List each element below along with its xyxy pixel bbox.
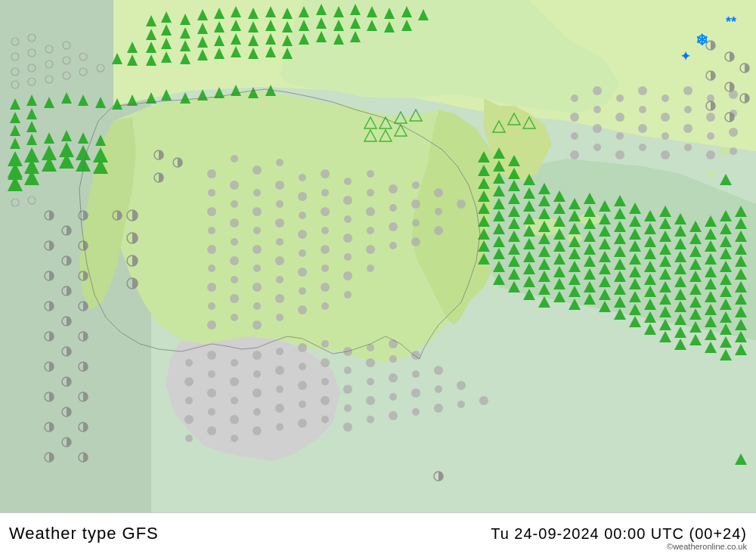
svg-point-356: [208, 265, 215, 272]
svg-point-374: [208, 302, 215, 310]
svg-point-435: [231, 435, 238, 442]
svg-point-357: [230, 256, 239, 265]
svg-marker-48: [127, 42, 138, 53]
svg-point-450: [638, 86, 647, 95]
svg-marker-129: [478, 178, 490, 189]
svg-point-337: [299, 212, 306, 219]
svg-marker-60: [333, 33, 344, 45]
svg-marker-63: [127, 54, 138, 66]
svg-point-403: [321, 358, 330, 367]
svg-point-382: [231, 314, 238, 321]
svg-marker-44: [350, 17, 361, 29]
svg-marker-33: [161, 24, 172, 36]
svg-marker-27: [350, 4, 361, 15]
svg-marker-39: [265, 20, 276, 31]
svg-marker-53: [214, 35, 225, 46]
svg-marker-150: [523, 213, 535, 224]
svg-marker-207: [599, 251, 611, 262]
svg-marker-159: [538, 221, 550, 232]
svg-marker-84: [197, 89, 208, 101]
svg-marker-259: [614, 296, 626, 308]
svg-point-387: [185, 359, 193, 367]
svg-marker-131: [508, 168, 520, 179]
svg-point-360: [299, 249, 306, 257]
svg-marker-96: [61, 130, 72, 141]
svg-marker-64: [146, 54, 156, 66]
svg-marker-83: [180, 92, 191, 104]
svg-marker-123: [523, 117, 535, 128]
svg-point-533: [11, 81, 19, 88]
svg-point-319: [321, 169, 330, 178]
svg-marker-82: [161, 89, 172, 101]
svg-marker-119: [380, 130, 392, 141]
svg-point-478: [730, 147, 737, 155]
svg-point-383: [253, 320, 262, 330]
svg-marker-212: [674, 225, 686, 237]
svg-marker-166: [493, 248, 505, 259]
svg-marker-142: [493, 210, 505, 221]
svg-point-443: [412, 408, 420, 416]
svg-point-393: [321, 340, 329, 348]
svg-marker-283: [720, 286, 732, 297]
svg-point-436: [253, 426, 262, 435]
svg-point-473: [615, 150, 624, 159]
svg-marker-198: [644, 223, 656, 234]
svg-marker-258: [599, 301, 611, 312]
svg-point-425: [299, 401, 306, 408]
svg-point-455: [570, 113, 579, 122]
svg-marker-211: [659, 231, 671, 242]
svg-marker-170: [553, 228, 565, 240]
svg-marker-273: [689, 283, 702, 295]
svg-marker-242: [689, 246, 702, 257]
svg-point-396: [389, 339, 398, 348]
svg-point-349: [298, 230, 307, 239]
svg-point-338: [321, 207, 330, 216]
svg-marker-279: [659, 306, 671, 317]
svg-marker-69: [231, 46, 241, 57]
svg-marker-292: [659, 331, 671, 342]
svg-marker-184: [614, 221, 626, 232]
svg-point-439: [321, 416, 329, 423]
svg-marker-239: [644, 261, 656, 272]
svg-marker-52: [197, 36, 208, 48]
svg-marker-225: [644, 248, 656, 259]
svg-point-348: [276, 238, 284, 246]
svg-point-451: [662, 94, 669, 102]
svg-point-390: [253, 351, 262, 360]
svg-marker-277: [629, 316, 641, 327]
svg-point-328: [343, 196, 352, 205]
svg-marker-245: [735, 231, 747, 242]
svg-marker-58: [299, 33, 309, 45]
svg-point-414: [321, 378, 329, 385]
svg-point-316: [253, 189, 261, 197]
svg-marker-153: [569, 198, 581, 209]
svg-marker-235: [584, 281, 596, 292]
svg-point-406: [389, 355, 397, 363]
svg-marker-250: [629, 278, 641, 289]
svg-point-335: [253, 227, 261, 234]
svg-marker-295: [705, 316, 717, 327]
svg-marker-154: [584, 193, 596, 204]
svg-marker-193: [569, 248, 581, 259]
svg-marker-34: [180, 27, 191, 39]
svg-point-351: [343, 234, 352, 243]
svg-marker-30: [401, 6, 412, 17]
svg-marker-70: [248, 48, 259, 59]
svg-marker-218: [538, 283, 550, 295]
svg-marker-136: [478, 203, 490, 214]
svg-point-345: [207, 245, 216, 254]
svg-marker-174: [614, 208, 626, 219]
svg-marker-67: [197, 49, 208, 60]
svg-marker-271: [659, 293, 671, 305]
svg-marker-17: [180, 14, 191, 25]
svg-marker-76: [61, 92, 72, 104]
svg-point-401: [275, 366, 284, 375]
svg-marker-303: [705, 342, 717, 353]
svg-point-531: [63, 57, 70, 64]
svg-marker-28: [367, 6, 377, 17]
svg-marker-287: [674, 314, 686, 325]
svg-marker-294: [689, 321, 702, 333]
svg-marker-133: [493, 185, 505, 197]
svg-marker-116: [395, 112, 407, 123]
svg-marker-299: [689, 334, 702, 345]
